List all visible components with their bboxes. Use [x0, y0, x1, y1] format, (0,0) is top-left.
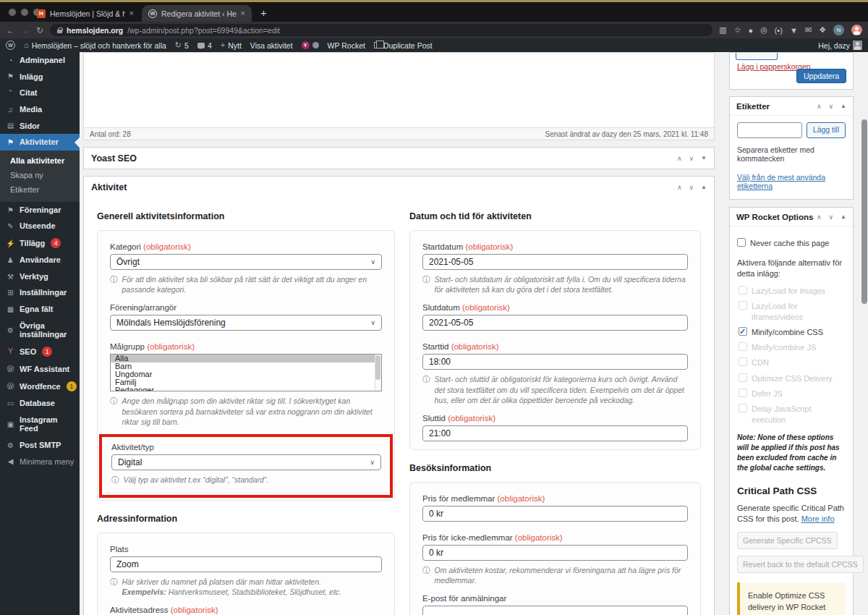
submenu-item-skapa-ny[interactable]: Skapa ny [0, 168, 80, 182]
admin-bar-new[interactable]: + Nytt [221, 41, 242, 50]
bookmark-star-icon[interactable]: ☆ [734, 25, 741, 35]
extension-v-icon[interactable]: ▼ [790, 26, 798, 35]
category-select[interactable]: Övrigt ∨ [110, 254, 382, 270]
move-down-icon[interactable]: ∨ [689, 184, 694, 191]
sidebar-item-sidor[interactable]: ▤Sidor [0, 118, 80, 135]
tags-box-header[interactable]: Etiketter ∧ ∨ ▲ [730, 97, 853, 116]
sidebar-item-database[interactable]: ▭Database [0, 395, 80, 412]
move-down-icon[interactable]: ∨ [828, 213, 833, 221]
activity-type-select[interactable]: Digital ∨ [111, 454, 381, 470]
admin-bar-duplicate-post[interactable]: Duplicate Post [374, 41, 433, 50]
sidebar-item-minimera-meny[interactable]: ◀Minimera meny [0, 454, 80, 470]
extension-w-icon[interactable]: (▪) [775, 26, 783, 35]
end-date-input[interactable] [422, 315, 688, 331]
never-cache-checkbox[interactable] [737, 238, 746, 247]
admin-bar-account[interactable]: Hej, dazy [818, 41, 862, 50]
extension-pin-icon[interactable]: ● [749, 26, 754, 35]
sidebar-item-wordfence[interactable]: ⓌWordfence1 [0, 378, 80, 395]
audience-listbox[interactable]: Alla Barn Ungdomar Familj Pedagoger [110, 354, 382, 391]
move-up-icon[interactable]: ∧ [677, 184, 682, 191]
sidebar-item-wf-assistant[interactable]: ⓌWF Assistant [0, 360, 80, 378]
translate-icon[interactable]: ▥ [719, 25, 726, 35]
browser-tab-edit-activity[interactable]: W Redigera aktivitet ‹ Hemslöjden × [142, 5, 252, 22]
profile-avatar-n[interactable]: N [833, 25, 844, 35]
nonmember-price-input[interactable] [422, 545, 688, 561]
cpcss-notice: Enable Optimize CSS delivery in WP Rocke… [737, 582, 846, 615]
email-input[interactable] [422, 606, 688, 615]
admin-bar-wp-rocket[interactable]: WP Rocket [328, 41, 365, 50]
end-time-input[interactable] [422, 425, 688, 441]
admin-bar-comments[interactable]: 4 [197, 41, 212, 50]
sidebar-item-verktyg[interactable]: ⚒Verktyg [0, 268, 80, 285]
wp-rocket-box-header[interactable]: WP Rocket Options ∧ ∨ ▲ [730, 208, 853, 226]
start-time-input[interactable] [422, 354, 688, 370]
move-up-icon[interactable]: ∧ [817, 103, 822, 110]
sidebar-item-anvandare[interactable]: ♟Användare [0, 252, 80, 268]
admin-bar-site-name[interactable]: ⌂ Hemslöjden – slöjd och hantverk för al… [24, 41, 166, 50]
submenu-item-etiketter[interactable]: Etiketter [0, 182, 80, 197]
sidebar-item-instagram-feed[interactable]: ▣Instagram Feed [0, 412, 80, 437]
close-tab-icon[interactable]: × [241, 9, 245, 17]
toggle-panel-icon[interactable]: ▲ [701, 184, 707, 190]
extension-mail-icon[interactable]: ✉ [805, 25, 812, 35]
admin-bar-updates[interactable]: ↻ 5 [175, 41, 189, 50]
place-input[interactable] [110, 556, 382, 572]
move-up-icon[interactable]: ∧ [677, 155, 682, 162]
start-date-input[interactable] [422, 254, 688, 270]
sidebar-item-inlagg[interactable]: ⚑Inlägg [0, 69, 80, 85]
window-close-button[interactable] [9, 9, 16, 16]
yoast-seo-panel-header[interactable]: Yoast SEO ∧ ∨ ▼ [84, 148, 714, 169]
member-price-input[interactable] [422, 506, 688, 522]
toggle-panel-icon[interactable]: ▲ [841, 103, 846, 109]
browser-tab-hemslojden[interactable]: H Hemslöjden | Slöjd & hantverk × [30, 5, 140, 22]
sidebar-item-egna-falt[interactable]: ▦Egna fält [0, 301, 80, 318]
move-down-icon[interactable]: ∨ [689, 155, 694, 162]
new-tag-input[interactable] [737, 122, 802, 138]
sidebar-item-ovriga-installningar[interactable]: ⚙Övriga inställningar [0, 318, 80, 343]
move-down-icon[interactable]: ∨ [828, 103, 833, 110]
checkbox-checked[interactable] [739, 327, 747, 336]
sidebar-item-post-smtp[interactable]: ⚙Post SMTP [0, 437, 80, 454]
preview-button-partial[interactable] [736, 53, 778, 60]
sidebar-item-media[interactable]: ♫Media [0, 101, 80, 118]
add-tag-button[interactable]: Lägg till [807, 122, 846, 138]
forward-icon[interactable]: → [21, 25, 30, 35]
extensions-puzzle-icon[interactable]: ❖ [819, 25, 826, 35]
update-button[interactable]: Uppdatera [796, 69, 846, 83]
audience-option-familj[interactable]: Familj [111, 378, 381, 386]
post-content-editor[interactable]: Antal ord: 28 Senast ändrat av dazy den … [83, 52, 715, 140]
sidebar-item-aktiviteter[interactable]: ⚑Aktiviteter [0, 134, 80, 150]
organizer-select[interactable]: Mölndals Hemslöjdsförening ∨ [110, 315, 382, 331]
new-tab-button[interactable]: + [260, 7, 267, 19]
tools-icon: ⚒ [6, 273, 15, 281]
reload-icon[interactable]: ↻ [36, 25, 43, 35]
sidebar-item-foreningar[interactable]: ⚑Föreningar [0, 202, 80, 219]
admin-bar-yoast[interactable]: Y [302, 41, 319, 49]
sidebar-item-adminpanel[interactable]: ◔Adminpanel [0, 52, 80, 69]
extension-circle-icon[interactable]: ◎ [760, 25, 767, 35]
audience-option-pedagoger[interactable]: Pedagoger [111, 386, 381, 392]
address-bar[interactable]: hemslojden.org /wp-admin/post.php?post=6… [50, 24, 712, 36]
move-up-icon[interactable]: ∧ [817, 213, 822, 221]
browser-profile-avatar[interactable] [851, 25, 862, 35]
page-scrollbar[interactable] [861, 119, 867, 304]
sidebar-item-utseende[interactable]: ✎Utseende [0, 218, 80, 234]
audience-option-alla[interactable]: Alla [111, 355, 381, 362]
audience-option-ungdomar[interactable]: Ungdomar [111, 370, 381, 378]
close-tab-icon[interactable]: × [129, 9, 134, 17]
sidebar-item-seo[interactable]: YSEO1 [0, 343, 80, 360]
choose-tags-link[interactable]: Välj från de mest använda etiketterna [737, 173, 846, 190]
more-info-link[interactable]: More info [801, 514, 835, 523]
sidebar-item-installningar[interactable]: ⊞Inställningar [0, 284, 80, 301]
back-icon[interactable]: ← [6, 25, 14, 35]
toggle-panel-icon[interactable]: ▼ [701, 155, 707, 161]
activity-panel-header[interactable]: Aktivitet ∧ ∨ ▲ [84, 177, 714, 198]
toggle-panel-icon[interactable]: ▲ [841, 213, 846, 220]
window-minimize-button[interactable] [21, 9, 28, 16]
admin-bar-view-activity[interactable]: Visa aktivitet [250, 41, 293, 50]
wordpress-logo-icon[interactable]: W [6, 41, 15, 50]
sidebar-item-citat[interactable]: “Citat [0, 85, 80, 101]
sidebar-item-tillagg[interactable]: ⚡Tillägg4 [0, 234, 80, 252]
submenu-item-alla-aktiviteter[interactable]: Alla aktiviteter [0, 153, 80, 168]
listbox-scrollbar[interactable] [375, 355, 381, 391]
